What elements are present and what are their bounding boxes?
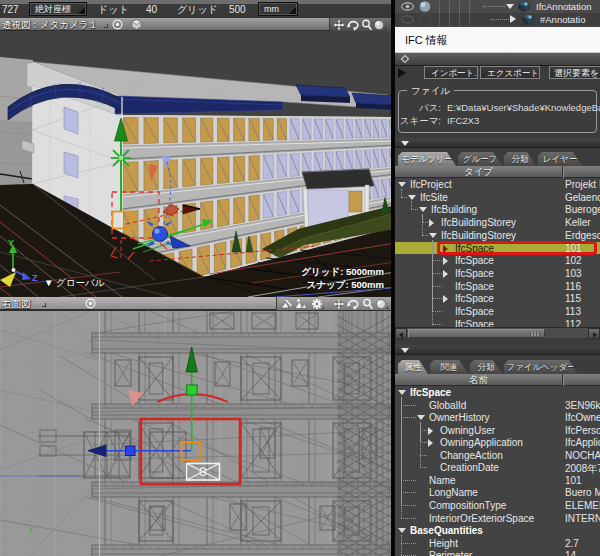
scroll-right-button[interactable] <box>588 328 600 339</box>
perspective-viewport-canvas[interactable]: YZ グリッド: 5000mm スナップ: 500mm ▼ グローバル <box>0 31 391 297</box>
expand-closed-icon[interactable] <box>443 245 448 253</box>
camera-target-icon[interactable] <box>112 19 123 30</box>
view-sphere-icon[interactable] <box>373 19 387 31</box>
coordinate-mode-dropdown[interactable]: 絶対座標 <box>29 2 87 16</box>
visibility-eye-icon[interactable] <box>401 2 414 11</box>
selected-elements-button[interactable]: 選択要素を <box>549 66 600 79</box>
window-shade-bar[interactable] <box>395 53 600 66</box>
attribute-row-OwningUser[interactable]: OwningUserIfcPerso <box>395 424 600 437</box>
attr-section-collapse-bar[interactable] <box>395 345 600 355</box>
section-arrow-icon[interactable] <box>398 68 406 78</box>
column-divider[interactable] <box>562 166 563 178</box>
model-tree-row-IfcSpace[interactable]: IfcSpace116 <box>395 280 600 293</box>
visibility-eye-icon[interactable] <box>401 15 414 24</box>
expand-open-icon[interactable] <box>408 195 416 200</box>
browser-row[interactable]: IfcAnnotation <box>395 0 600 13</box>
tab-分類[interactable]: 分類 <box>470 360 502 374</box>
export-button[interactable]: エクスポート.. <box>480 66 540 79</box>
expand-open-icon[interactable] <box>417 415 425 420</box>
pan-view-icon[interactable] <box>332 298 346 310</box>
attribute-row-BaseQuantities[interactable]: BaseQuantities <box>395 524 600 537</box>
terrain-icon[interactable] <box>294 298 309 310</box>
attribute-row-ChangeAction[interactable]: ChangeActionNOCHAN <box>395 449 600 462</box>
expand-closed-icon[interactable] <box>428 427 433 435</box>
expand-open-icon[interactable] <box>506 4 514 9</box>
type-column-header[interactable]: タイプ <box>395 166 562 178</box>
model-tree-row-IfcSpace[interactable]: IfcSpace102 <box>395 254 600 267</box>
view-sphere-icon[interactable] <box>375 298 389 310</box>
browser-item-label[interactable]: #Annotatio <box>540 14 585 25</box>
attribute-row-GlobalId[interactable]: GlobalId3EN96kd <box>395 399 600 412</box>
expand-closed-icon[interactable] <box>428 439 433 447</box>
browser-item-label[interactable]: IfcAnnotation <box>536 1 591 12</box>
expand-closed-icon[interactable] <box>443 270 448 278</box>
model-tree-row-IfcProject[interactable]: IfcProjectProjekt I <box>395 178 600 191</box>
model-tree-row-IfcBuildingStorey[interactable]: IfcBuildingStoreyErdgesch <box>395 229 600 242</box>
expand-open-icon[interactable] <box>398 182 406 187</box>
tab-グループ[interactable]: グループ <box>458 152 502 166</box>
name-column-header[interactable]: 名前 <box>395 374 562 386</box>
model-tree-row-IfcSpace[interactable]: IfcSpace115 <box>395 292 600 305</box>
model-tree-row-IfcSpace[interactable]: IfcSpace101 <box>395 242 600 255</box>
shading-mode-icon[interactable] <box>131 19 142 30</box>
import-button[interactable]: インポート.. <box>424 66 478 79</box>
tab-属性[interactable]: 属性 <box>398 360 428 374</box>
viewport-menu-grip[interactable] <box>104 24 108 28</box>
attribute-row-CompositionType[interactable]: CompositionTypeELEMEN <box>395 499 600 512</box>
settings-gear-icon[interactable] <box>310 298 325 310</box>
attribute-row-OwningApplication[interactable]: OwningApplicationIfcApplic <box>395 436 600 449</box>
expand-closed-icon[interactable] <box>443 257 448 265</box>
tree-horizontal-scrollbar[interactable] <box>395 327 600 338</box>
rotate-view-icon[interactable] <box>346 298 361 310</box>
camera-target-icon[interactable] <box>85 298 96 309</box>
attribute-row-Height[interactable]: Height2.7 <box>395 537 600 550</box>
tab-ファイルヘッダー[interactable]: ファイルヘッダー <box>504 360 578 374</box>
model-tree-value: 112 <box>565 319 581 327</box>
model-tree-row-IfcBuilding[interactable]: IfcBuildingBuerogeb <box>395 203 600 216</box>
tree-connector <box>422 235 428 236</box>
zoom-view-icon[interactable] <box>361 19 373 31</box>
attribute-row-IfcSpace[interactable]: IfcSpace <box>395 386 600 399</box>
attribute-row-OwnerHistory[interactable]: OwnerHistoryIfcOwner <box>395 411 600 424</box>
pan-view-icon[interactable] <box>332 19 346 31</box>
attribute-row-CreationDate[interactable]: CreationDate2008年7 <box>395 461 600 474</box>
zoom-view-icon[interactable] <box>362 298 374 310</box>
tab-分類[interactable]: 分類 <box>504 152 536 166</box>
tab-レイヤー[interactable]: レイヤー <box>538 152 582 166</box>
model-tree-row-IfcSpace[interactable]: IfcSpace103 <box>395 267 600 280</box>
viewport-menu-grip[interactable] <box>42 303 46 307</box>
expand-open-icon[interactable] <box>398 528 406 533</box>
unit-dropdown[interactable]: mm <box>258 2 298 16</box>
material-sphere-icon[interactable] <box>418 13 432 26</box>
rotate-view-icon[interactable] <box>346 19 361 31</box>
material-sphere-icon[interactable] <box>418 0 432 13</box>
tab-関連[interactable]: 関連 <box>430 360 468 374</box>
expand-closed-icon[interactable] <box>510 15 516 23</box>
draw-figure-icon[interactable] <box>279 298 293 310</box>
ifc-window-titlebar[interactable]: IFC 情報 <box>395 27 600 53</box>
attribute-row-LongName[interactable]: LongNameBuero M <box>395 486 600 499</box>
tree-section-collapse-bar[interactable] <box>395 138 600 148</box>
browser-row[interactable]: #Annotatio <box>395 13 600 26</box>
attribute-row-InteriorOrExteriorSpace[interactable]: InteriorOrExteriorSpaceINTERN <box>395 512 600 525</box>
scrollbar-thumb[interactable] <box>408 329 545 338</box>
expand-closed-icon[interactable] <box>429 219 434 227</box>
model-tree-row-IfcSite[interactable]: IfcSiteGelaende <box>395 191 600 204</box>
attribute-row-Perimeter[interactable]: Perimeter14 <box>395 549 600 556</box>
expand-open-icon[interactable] <box>398 390 406 395</box>
model-tree-row-IfcSpace[interactable]: IfcSpace113 <box>395 305 600 318</box>
column-divider[interactable] <box>562 374 563 386</box>
scroll-left-button[interactable] <box>395 328 407 339</box>
expand-closed-icon[interactable] <box>443 295 448 303</box>
dot-value[interactable]: 40 <box>146 4 157 16</box>
expand-open-icon[interactable] <box>419 207 427 212</box>
tree-connector <box>432 273 442 274</box>
grid-value[interactable]: 500 <box>229 4 246 16</box>
global-coordinate-label[interactable]: ▼ グローバル <box>44 277 104 290</box>
tab-モデルツリー[interactable]: モデルツリー <box>398 152 456 166</box>
right-view-canvas[interactable]: Y <box>0 311 391 556</box>
expand-open-icon[interactable] <box>429 233 437 238</box>
model-tree-row-IfcBuildingStorey[interactable]: IfcBuildingStoreyKeller <box>395 216 600 229</box>
attribute-row-Name[interactable]: Name101 <box>395 474 600 487</box>
model-tree-row-IfcSpace[interactable]: IfcSpace112 <box>395 318 600 327</box>
